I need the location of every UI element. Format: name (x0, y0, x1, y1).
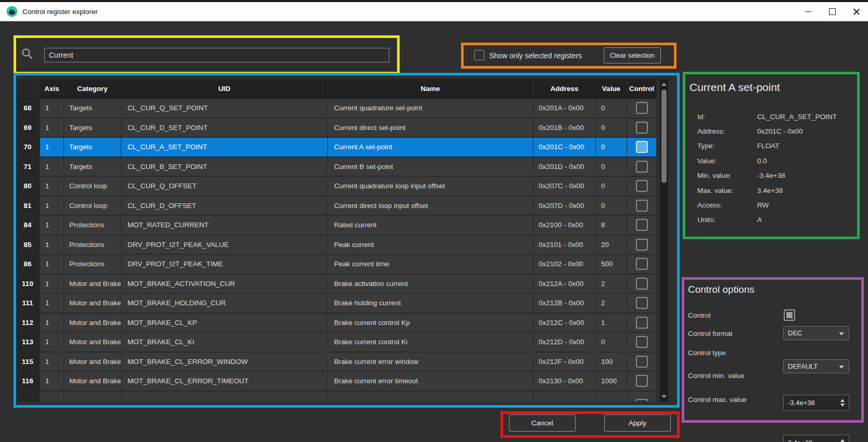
spin-up-icon[interactable] (840, 399, 845, 402)
table-row[interactable]: 112 1 Motor and Brake MOT_BRAKE_CL_KP Br… (16, 314, 657, 333)
control-checkbox[interactable] (636, 102, 648, 114)
control-checkbox[interactable] (636, 317, 648, 329)
cell-name: Current direct set-point (328, 119, 533, 138)
scrollbar-up-button[interactable] (660, 80, 668, 88)
close-button[interactable] (844, 2, 868, 21)
cell-category: Targets (64, 119, 121, 138)
control-min-spinner[interactable]: -3.4e+38 (783, 395, 849, 411)
cancel-button[interactable]: Cancel (509, 414, 576, 432)
cell-axis: 1 (40, 177, 64, 197)
cell-axis: 1 (40, 372, 64, 392)
clear-selection-button[interactable]: Clear selection (604, 47, 661, 63)
spin-down-icon[interactable] (840, 404, 845, 407)
cell-name: Current quadrature set-point (328, 99, 533, 119)
control-checkbox[interactable] (636, 200, 648, 212)
cell-name: Current quadrature loop input offset (328, 177, 533, 197)
table-row[interactable]: 111 1 Motor and Brake MOT_BRAKE_HOLDING_… (16, 294, 657, 314)
control-checkbox[interactable] (636, 375, 648, 387)
table-header-row: Axis Category UID Name Address Value Con… (16, 79, 657, 99)
control-options-title: Control options (688, 284, 755, 295)
window-title-bar: Control register explorer (0, 2, 868, 21)
control-checkbox[interactable] (636, 161, 648, 173)
search-input[interactable] (44, 48, 389, 62)
control-label: Control (688, 311, 711, 319)
control-checkbox[interactable] (636, 278, 648, 290)
column-header-address[interactable]: Address (533, 79, 596, 99)
cell-uid: CL_CUR_Q_OFFSET (121, 177, 328, 197)
control-checkbox[interactable] (636, 219, 648, 231)
control-checkbox[interactable] (636, 258, 648, 270)
cell-name: Brake current control Kp (328, 314, 533, 333)
column-header-uid[interactable]: UID (121, 79, 328, 99)
cell-uid: CL_CUR_Q_SET_POINT (121, 99, 328, 119)
table-row[interactable]: 71 1 Targets CL_CUR_B_SET_POINT Current … (16, 158, 657, 177)
cell-address: 0x2100 - 0x00 (533, 216, 596, 236)
scrollbar-thumb[interactable] (661, 89, 667, 183)
control-max-spinner[interactable]: 3.4e+38 (783, 435, 849, 442)
column-header-control[interactable]: Control (627, 79, 657, 99)
cell-value: 0 (596, 99, 627, 119)
cell-name: Brake current error timeout (328, 372, 533, 392)
column-header-name[interactable]: Name (328, 79, 533, 99)
table-row[interactable]: 115 1 Motor and Brake MOT_BRAKE_CL_ERROR… (16, 353, 657, 372)
apply-button[interactable]: Apply (604, 414, 671, 432)
arrow-up-icon (661, 83, 667, 86)
cell-address: 0x207D - 0x00 (533, 197, 596, 216)
details-field-label: Address: (697, 127, 757, 135)
table-row[interactable]: 110 1 Motor and Brake MOT_BRAKE_ACTIVATI… (16, 275, 657, 294)
minimize-button[interactable] (796, 2, 820, 21)
table-row[interactable]: 69 1 Targets CL_CUR_D_SET_POINT Current … (16, 119, 657, 138)
table-scrollbar[interactable] (660, 79, 668, 401)
control-option-checkbox[interactable] (784, 309, 795, 321)
table-row[interactable]: 81 1 Control loop CL_CUR_D_OFFSET Curren… (16, 197, 657, 216)
column-header-value[interactable]: Value (596, 79, 627, 99)
cell-category: Protections (64, 255, 121, 275)
control-min-label: Control min. value (688, 372, 745, 380)
cell-category: Protections (64, 216, 121, 236)
cell-axis: 1 (40, 119, 64, 138)
row-number: 68 (16, 99, 40, 119)
table-row[interactable]: 68 1 Targets CL_CUR_Q_SET_POINT Current … (16, 99, 657, 119)
row-number: 69 (16, 119, 40, 138)
cell-name: Peak current time (328, 255, 533, 275)
cell-uid: MOT_BRAKE_ACTIVATION_CUR (121, 275, 328, 294)
table-row[interactable]: 70 1 Targets CL_CUR_A_SET_POINT Current … (16, 138, 657, 158)
control-checkbox[interactable] (636, 180, 648, 192)
cell-address: 0x201A - 0x00 (533, 99, 596, 119)
table-row[interactable]: 84 1 Protections MOT_RATED_CURRENT Rated… (16, 216, 657, 236)
row-number: 113 (16, 333, 40, 353)
control-checkbox[interactable] (636, 239, 648, 251)
control-checkbox[interactable] (636, 297, 648, 309)
control-checkbox[interactable] (636, 141, 648, 153)
cell-value: 2 (596, 275, 627, 294)
cell-category: Targets (64, 99, 121, 119)
spin-up-icon[interactable] (840, 439, 845, 442)
table-row[interactable]: 86 1 Protections DRV_PROT_I2T_PEAK_TIME … (16, 255, 657, 275)
show-only-selected-checkbox[interactable] (474, 50, 484, 60)
table-row-partial[interactable] (16, 392, 657, 402)
cell-axis: 1 (40, 255, 64, 275)
table-row[interactable]: 80 1 Control loop CL_CUR_Q_OFFSET Curren… (16, 177, 657, 197)
table-row[interactable]: 85 1 Protections DRV_PROT_I2T_PEAK_VALUE… (16, 236, 657, 255)
cell-value: 8 (596, 216, 627, 236)
column-header-category[interactable]: Category (64, 79, 121, 99)
cell-name: Brake activation current (328, 275, 533, 294)
cell-value: 0 (596, 177, 627, 197)
control-checkbox[interactable] (636, 336, 648, 348)
control-format-select[interactable]: DEC (783, 326, 849, 340)
details-field: Address: 0x201C - 0x00 (697, 124, 848, 138)
details-field: Min. value: -3.4e+38 (697, 168, 848, 183)
cell-uid: DRV_PROT_I2T_PEAK_TIME (121, 255, 328, 275)
header-corner-cell (16, 79, 40, 99)
close-icon (853, 8, 860, 15)
maximize-button[interactable] (820, 2, 844, 21)
control-checkbox[interactable] (636, 122, 648, 134)
scrollbar-down-button[interactable] (660, 393, 668, 400)
control-checkbox[interactable] (636, 399, 648, 401)
column-header-axis[interactable]: Axis (40, 79, 64, 99)
table-row[interactable]: 116 1 Motor and Brake MOT_BRAKE_CL_ERROR… (16, 372, 657, 392)
control-checkbox[interactable] (636, 356, 648, 368)
control-format-value: DEC (788, 329, 802, 337)
table-row[interactable]: 113 1 Motor and Brake MOT_BRAKE_CL_KI Br… (16, 333, 657, 353)
control-type-select[interactable]: DEFAULT (783, 359, 849, 373)
